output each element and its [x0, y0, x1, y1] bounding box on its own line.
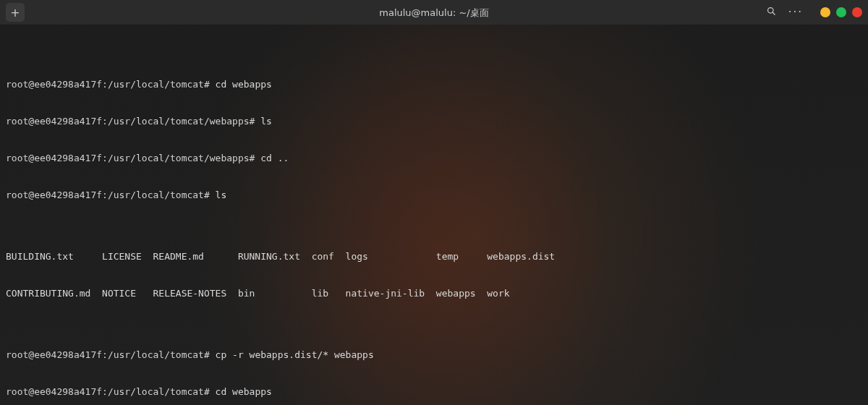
prompt: root@ee04298a417f:/usr/local/tomcat# — [6, 189, 210, 200]
minimize-button[interactable] — [820, 7, 830, 17]
command-text: cd .. — [260, 153, 289, 163]
prompt: root@ee04298a417f:/usr/local/tomcat# — [6, 386, 210, 397]
window-title: malulu@malulu: ~/桌面 — [379, 7, 488, 19]
command-text: ls — [216, 189, 227, 200]
command-text: cp -r webapps.dist/* webapps — [216, 349, 374, 360]
menu-icon[interactable]: ··· — [788, 7, 803, 19]
window-titlebar: + malulu@malulu: ~/桌面 ··· — [0, 0, 868, 25]
terminal-line: root@ee04298a417f:/usr/local/tomcat/weba… — [6, 152, 862, 164]
svg-point-0 — [767, 7, 773, 13]
search-icon[interactable] — [766, 6, 777, 20]
terminal-line: root@ee04298a417f:/usr/local/tomcat/weba… — [6, 115, 862, 127]
maximize-button[interactable] — [836, 7, 846, 17]
new-tab-button[interactable]: + — [6, 3, 25, 22]
terminal-viewport[interactable]: root@ee04298a417f:/usr/local/tomcat# cd … — [0, 25, 868, 405]
terminal-line: root@ee04298a417f:/usr/local/tomcat# cp … — [6, 349, 862, 361]
ls-output-line: BUILDING.txt LICENSE README.md RUNNING.t… — [6, 250, 862, 263]
terminal-line: root@ee04298a417f:/usr/local/tomcat# cd … — [6, 385, 862, 398]
svg-line-1 — [773, 12, 775, 14]
prompt: root@ee04298a417f:/usr/local/tomcat/weba… — [6, 116, 255, 127]
window-controls — [820, 7, 862, 17]
command-text: ls — [260, 116, 272, 127]
terminal-line: root@ee04298a417f:/usr/local/tomcat# ls — [6, 189, 862, 201]
ls-output-line: CONTRIBUTING.md NOTICE RELEASE-NOTES bin… — [6, 287, 862, 299]
prompt: root@ee04298a417f:/usr/local/tomcat/weba… — [6, 153, 255, 163]
prompt: root@ee04298a417f:/usr/local/tomcat# — [6, 349, 210, 360]
close-button[interactable] — [852, 7, 862, 17]
prompt: root@ee04298a417f:/usr/local/tomcat# — [6, 79, 210, 90]
command-text: cd webapps — [216, 386, 272, 397]
command-text: cd webapps — [216, 79, 272, 90]
terminal-line: root@ee04298a417f:/usr/local/tomcat# cd … — [6, 78, 862, 90]
